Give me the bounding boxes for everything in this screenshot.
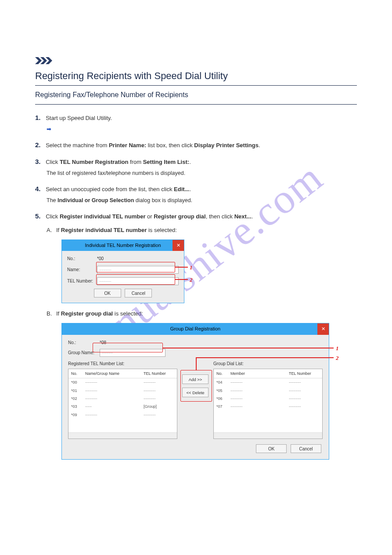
delete-button[interactable]: << Delete: [182, 388, 209, 397]
cell-no: *05: [216, 388, 230, 394]
cell-tel: ···········: [289, 388, 320, 394]
dialog-title: Individual TEL Number Registration: [85, 243, 161, 248]
cell-tel: ···········: [144, 395, 174, 402]
step-text: Click Register individual TEL number or …: [46, 213, 253, 220]
bold-text: Printer Name:: [109, 142, 146, 149]
name-row: Name: ···········: [67, 266, 179, 274]
step-4-note: The Individual or Group Selection dialog…: [47, 196, 357, 205]
list-item[interactable]: *00 ··········· ···········: [68, 378, 177, 386]
fragment: , then click: [206, 213, 234, 220]
group-dial-dialog: Group Dial Registration ✕ No.: *08 Group…: [61, 323, 329, 460]
cell-no: *01: [71, 388, 85, 394]
fragment: Select an unoccupied code from the list,…: [46, 186, 174, 192]
cancel-button[interactable]: Cancel: [125, 289, 152, 297]
callout-line-2: [175, 279, 188, 280]
step-number: 4.: [35, 184, 41, 194]
add-button[interactable]: Add >>: [182, 374, 209, 384]
bold-text: Edit...: [174, 186, 189, 192]
cell-tel: [Group]: [144, 403, 174, 410]
ok-button[interactable]: OK: [94, 289, 121, 297]
cell-tel: ···········: [144, 412, 174, 418]
callout-2: 2: [336, 354, 339, 363]
group-dial-list[interactable]: No. Member TEL Number *04 ··········· ··…: [213, 369, 323, 439]
callout-1: 1: [190, 263, 193, 272]
step-number: 3.: [35, 156, 41, 167]
ok-button[interactable]: OK: [256, 444, 287, 453]
step-text: Select the machine from Printer Name: li…: [46, 142, 260, 149]
figure-group-dialog: Group Dial Registration ✕ No.: *08 Group…: [61, 323, 357, 460]
list-item[interactable]: *05 ··········· ···········: [214, 387, 322, 395]
group-name-input[interactable]: ··········: [100, 349, 165, 357]
col-member: Member: [230, 370, 289, 377]
section-header: Registering Recipients with Speed Dial U…: [35, 57, 357, 105]
right-arrow-icon: ➡: [47, 126, 51, 132]
cancel-button[interactable]: Cancel: [291, 444, 321, 453]
group-name-row: Group Name: ··········: [68, 349, 323, 357]
no-label: No.:: [67, 255, 97, 262]
col-name: Name/Group Name: [85, 370, 144, 377]
list-header: No. Member TEL Number: [214, 369, 322, 378]
callout-line-2: [196, 357, 334, 358]
name-label: Name:: [67, 266, 97, 273]
dialog-title: Group Dial Registration: [170, 326, 220, 331]
list-item[interactable]: *02 ··········· ···········: [68, 395, 177, 403]
bold-text: TEL Number Registration: [60, 159, 129, 165]
right-list-wrap: Group Dial List: No. Member TEL Number *…: [213, 360, 323, 439]
close-icon[interactable]: ✕: [317, 323, 329, 335]
step-number: 5.: [35, 211, 41, 221]
step-1-link: ➡: [47, 125, 357, 134]
step-text: Select an unoccupied code from the list,…: [46, 186, 191, 192]
right-list-title: Group Dial List:: [213, 360, 323, 367]
dialog-button-row: OK Cancel: [67, 289, 179, 297]
list-item[interactable]: *03 ······ [Group]: [68, 403, 177, 410]
left-list-wrap: Registered TEL Number List: No. Name/Gro…: [68, 360, 177, 439]
individual-tel-dialog: Individual TEL Number Registration ✕ No.…: [61, 239, 184, 304]
dialog-button-row: OK Cancel: [68, 444, 323, 453]
list-item[interactable]: *04 ··········· ···········: [214, 378, 322, 386]
callout-2: 2: [190, 276, 193, 285]
sub-a-label: A.: [47, 226, 52, 235]
name-input[interactable]: ···········: [97, 266, 179, 274]
list-item[interactable]: *01 ··········· ···········: [68, 387, 177, 395]
close-icon[interactable]: ✕: [173, 240, 184, 251]
cell-tel: ···········: [144, 379, 174, 385]
bold-text: Next...: [234, 213, 252, 220]
col-no: No.: [71, 370, 85, 377]
step-5: 5. Click Register individual TEL number …: [35, 211, 357, 460]
cell-tel: ···········: [289, 379, 320, 385]
sub-a: A. If Register individual TEL number is …: [47, 226, 357, 235]
step-1: 1. Start up Speed Dial Utility. ➡: [35, 112, 357, 134]
scrollbar[interactable]: [214, 432, 322, 439]
step-list: 1. Start up Speed Dial Utility. ➡ 2. Sel…: [35, 112, 357, 460]
fragment: list box, then click: [146, 142, 194, 149]
list-item[interactable]: *09 ··········· ···········: [68, 411, 177, 419]
fragment: or: [145, 213, 154, 220]
list-item[interactable]: *06 ··········· ···········: [214, 395, 322, 403]
registered-list[interactable]: No. Name/Group Name TEL Number *00 ·····…: [68, 369, 177, 439]
cell-name: ···········: [230, 388, 289, 394]
dialog-titlebar: Group Dial Registration ✕: [62, 323, 329, 335]
figure-individual-dialog: Individual TEL Number Registration ✕ No.…: [61, 239, 357, 304]
callout-line-1: [162, 348, 334, 348]
lists-row: Registered TEL Number List: No. Name/Gro…: [68, 360, 323, 439]
no-label: No.:: [68, 339, 100, 346]
step-text: Start up Speed Dial Utility.: [46, 115, 112, 121]
no-row: No.: *08: [68, 339, 323, 346]
step-3-note: The list of registered fax/telephone num…: [47, 169, 357, 178]
step-text: Click TEL Number Registration from Setti…: [46, 159, 191, 165]
no-value: *08: [100, 339, 106, 346]
cell-no: *06: [216, 395, 230, 402]
cell-name: ···········: [85, 379, 144, 385]
sub-b-label: B.: [47, 309, 52, 319]
cell-name: ······: [85, 403, 144, 410]
tel-input[interactable]: ···········: [97, 277, 179, 285]
list-item[interactable]: *07 ··········· ···········: [214, 403, 322, 410]
col-tel: TEL Number: [144, 370, 174, 377]
page-content: Registering Recipients with Speed Dial U…: [0, 0, 392, 483]
cell-no: *09: [71, 412, 85, 418]
no-row: No.: *00: [67, 255, 179, 262]
callout-1: 1: [336, 344, 339, 353]
fragment: Select the machine from: [46, 142, 109, 149]
scrollbar[interactable]: [68, 432, 177, 439]
col-no: No.: [216, 370, 230, 377]
